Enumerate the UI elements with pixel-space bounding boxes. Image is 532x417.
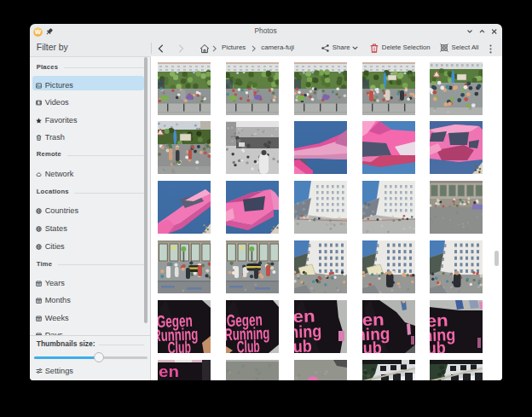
- svg-text:ub: ub: [294, 336, 312, 353]
- svg-text:W: W: [35, 28, 42, 36]
- svg-text:en: en: [159, 363, 179, 380]
- svg-text:Club: Club: [236, 337, 260, 353]
- svg-text:ub: ub: [362, 338, 382, 353]
- svg-text:Club: Club: [168, 338, 192, 353]
- svg-text:ub: ub: [430, 338, 446, 353]
